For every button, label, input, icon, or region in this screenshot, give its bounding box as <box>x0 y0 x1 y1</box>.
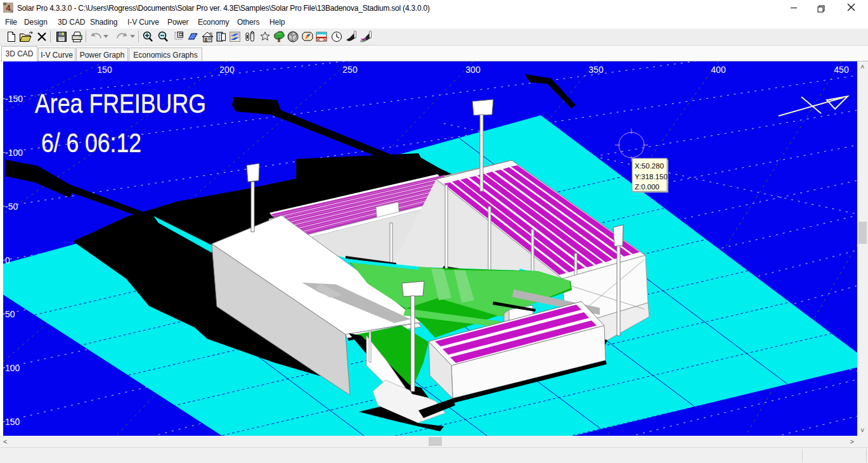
svg-text:400: 400 <box>711 65 726 75</box>
svg-text:50: 50 <box>5 309 15 319</box>
svg-text:450: 450 <box>834 65 849 75</box>
svg-text:6/ 6 06:12: 6/ 6 06:12 <box>41 128 141 158</box>
svg-text:Area FREIBURG: Area FREIBURG <box>35 89 206 118</box>
svg-text:0: 0 <box>5 255 10 265</box>
svg-text:-150: -150 <box>5 94 23 104</box>
svg-text:Y:318.150: Y:318.150 <box>635 173 668 181</box>
svg-text:200: 200 <box>219 65 235 75</box>
svg-text:-100: -100 <box>5 148 23 158</box>
svg-text:100: 100 <box>5 363 20 373</box>
svg-text:Z:0.000: Z:0.000 <box>635 183 659 191</box>
svg-text:X:50.280: X:50.280 <box>635 162 664 170</box>
svg-text:350: 350 <box>588 65 604 75</box>
svg-text:250: 250 <box>342 65 358 75</box>
svg-text:150: 150 <box>5 417 20 427</box>
svg-text:300: 300 <box>465 65 481 75</box>
svg-text:4: 4 <box>6 3 11 13</box>
svg-text:150: 150 <box>97 65 112 75</box>
svg-text:-50: -50 <box>5 201 18 212</box>
